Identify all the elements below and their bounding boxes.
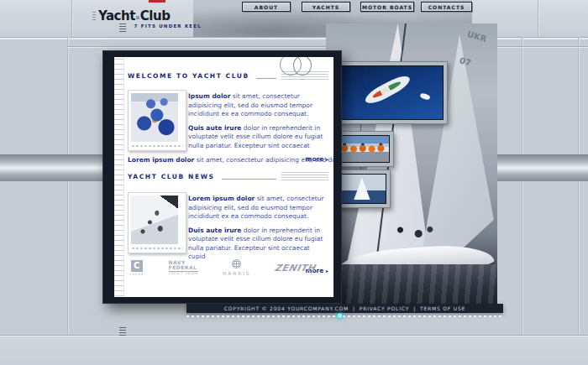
footer-bar: COPYRIGHT © 2004 YOURCOMPANY.COM | PRIVA… (186, 304, 503, 313)
harris-circle-icon (232, 259, 241, 269)
photo-frame-inner (338, 135, 390, 163)
content-area: WELCOME TO YACHT CLUB Ipsum dolor sit am… (128, 65, 328, 294)
content-panel: WELCOME TO YACHT CLUB Ipsum dolor sit am… (102, 50, 342, 304)
nav-button-yachts[interactable]: YACHTS (302, 2, 350, 12)
partner-logo-zenith[interactable]: ZENITH (275, 263, 316, 274)
copyright-text: COPYRIGHT © 2004 YOURCOMPANY.COM (224, 305, 349, 311)
header-deco-lines (281, 172, 328, 181)
cyan-glow-dot (337, 313, 343, 319)
bottom-strip (0, 335, 588, 365)
sail-marking-ukr: UKR (466, 29, 488, 44)
aerial-yacht-photo (340, 66, 443, 119)
gallery-photo-crew[interactable] (333, 131, 394, 167)
crew-figures (387, 222, 438, 248)
footer-separator: | (353, 305, 355, 311)
paragraph-lead: Lorem ipsum dolor (128, 156, 194, 164)
news-paragraph-2: Duis aute irure dolor in reprehenderit i… (188, 227, 328, 262)
metal-tube (0, 154, 102, 181)
sailors-photo (131, 93, 178, 142)
logo-tagline: 7 FITS UNDER KEEL (92, 23, 202, 29)
paragraph-lead: Ipsum dolor (188, 92, 230, 100)
nav-button-motor-boats[interactable]: MOTOR BOATS (360, 2, 414, 12)
news-thumbnail-photo (128, 192, 186, 253)
paragraph-text: sit amet, consectetur adipisicing elit, … (194, 156, 333, 164)
news-heading: YACHT CLUB NEWS (128, 173, 215, 182)
panel-seam (522, 37, 522, 365)
partner-logo-navy-federal[interactable]: NAVY FEDERAL CREDIT UNION (169, 260, 198, 275)
metal-tube (497, 154, 588, 181)
header-rule (222, 179, 276, 180)
photo-frame-inner (339, 65, 444, 120)
privacy-policy-link[interactable]: PRIVACY POLICY (360, 305, 409, 311)
sailboat-photo (340, 175, 386, 203)
logo-title-part2: Club (140, 8, 171, 23)
deck-photo (131, 196, 178, 244)
more-arrow-icon: ▸ (326, 268, 328, 274)
page: YachtClub 7 FITS UNDER KEEL ABOUT YACHTS… (0, 0, 588, 365)
paragraph-lead: Quis aute irure (188, 124, 241, 132)
welcome-heading: WELCOME TO YACHT CLUB (128, 72, 249, 81)
aerial-dinghy-shape (419, 92, 431, 101)
sail-shape (340, 175, 386, 203)
header-rule (256, 78, 276, 79)
partner-logo-chubb[interactable]: C CHUBB (129, 260, 144, 276)
news-paragraph-1: Lorem ipsum dolor sit amet, consectetur … (188, 195, 328, 222)
logo-square-icon (136, 16, 139, 19)
crew-photo (339, 136, 389, 162)
welcome-thumbnail-photo (128, 90, 186, 151)
hanging-wire (402, 50, 402, 61)
nav-button-about[interactable]: ABOUT (242, 2, 291, 12)
zenith-name: ZENITH (274, 263, 317, 274)
logo-title: YachtClub (98, 10, 170, 23)
logo-title-part1: Yacht (98, 8, 135, 23)
photo-frame-inner (339, 174, 386, 204)
panel-seam (71, 0, 72, 37)
circle-outline-icon (293, 57, 312, 76)
partner-logos-row: C CHUBB NAVY FEDERAL CREDIT UNION HARRIS… (129, 259, 316, 276)
barcode-mark (119, 327, 126, 337)
filmstrip-ruler (114, 57, 124, 297)
hanging-wire (360, 124, 361, 131)
perforation-strip (131, 247, 183, 250)
welcome-text-column: Ipsum dolor sit amet, consectetur adipis… (188, 92, 328, 163)
panel-seam (67, 37, 68, 365)
terms-of-use-link[interactable]: TERMS OF USE (420, 305, 465, 311)
water (326, 264, 497, 304)
welcome-paragraph-1: Ipsum dolor sit amet, consectetur adipis… (188, 92, 328, 119)
harris-name: HARRIS (223, 270, 250, 276)
deco-circles (276, 57, 318, 76)
nav-button-contacts[interactable]: CONTACTS (421, 2, 472, 12)
gallery-photo-aerial-yacht[interactable] (335, 61, 448, 124)
paragraph-lead: Duis aute irure (188, 227, 241, 234)
footer-dotted-line (186, 315, 503, 317)
welcome-paragraph-2: Quis aute irure dolor in reprehenderit i… (188, 124, 328, 151)
paragraph-lead: Lorem ipsum dolor (188, 195, 255, 202)
navy-federal-line2: FEDERAL (169, 265, 197, 270)
chubb-square-icon: C (131, 260, 143, 272)
logo-mark (92, 12, 96, 22)
perforation-strip (131, 144, 183, 148)
panel-seam (538, 0, 538, 37)
panel-seam (578, 37, 579, 365)
navy-federal-subtitle: CREDIT UNION (169, 271, 198, 275)
gallery-photo-sailboat[interactable] (335, 169, 391, 208)
interlude-line: Lorem ipsum dolor sit amet, consectetur … (128, 156, 333, 164)
content-panel-inner: WELCOME TO YACHT CLUB Ipsum dolor sit am… (114, 57, 333, 297)
chubb-name: CHUBB (129, 273, 144, 276)
news-section-header: YACHT CLUB NEWS (128, 172, 328, 182)
red-accent-bar (149, 0, 165, 3)
partner-logo-harris[interactable]: HARRIS (223, 259, 250, 276)
site-logo[interactable]: YachtClub 7 FITS UNDER KEEL (92, 10, 202, 29)
footer-separator: | (413, 305, 416, 311)
